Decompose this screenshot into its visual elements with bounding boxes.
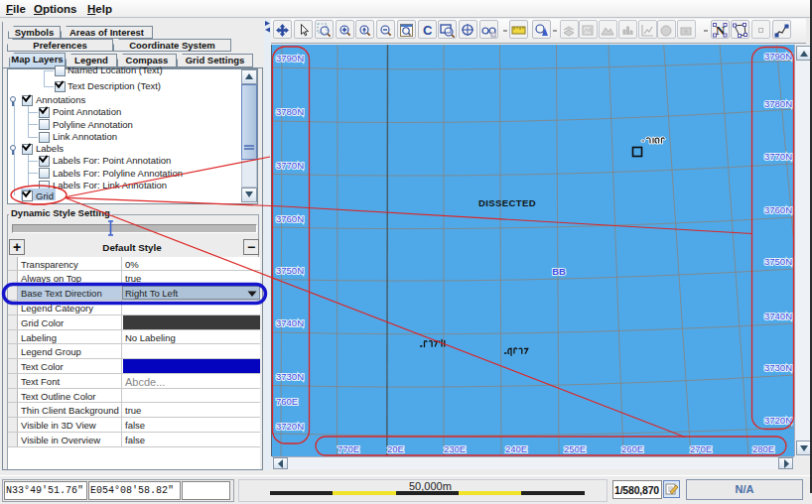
svg-text:3770N: 3770N — [764, 151, 792, 162]
svg-text:20E: 20E — [387, 443, 404, 454]
svg-text:260E: 260E — [621, 443, 643, 454]
svg-text:760E: 760E — [276, 396, 298, 407]
svg-text:DISSECTED: DISSECTED — [478, 197, 536, 208]
svg-text:270E: 270E — [690, 443, 712, 454]
svg-text:3740N: 3740N — [764, 311, 792, 321]
svg-text:3790N: 3790N — [764, 51, 792, 62]
svg-text:3750N: 3750N — [764, 256, 792, 267]
svg-text:770E: 770E — [338, 443, 359, 454]
svg-text:3720N: 3720N — [764, 415, 792, 426]
svg-text:240E: 240E — [505, 443, 527, 454]
svg-text:3730N: 3730N — [276, 371, 304, 382]
svg-text:250E: 250E — [564, 443, 586, 454]
svg-text:3720N: 3720N — [276, 421, 304, 432]
svg-text:3790N: 3790N — [276, 53, 304, 63]
svg-text:3730N: 3730N — [764, 362, 792, 373]
svg-text:230E: 230E — [444, 443, 466, 454]
svg-text:3750N: 3750N — [276, 265, 304, 276]
svg-text:BB: BB — [552, 266, 566, 277]
svg-text:3780N: 3780N — [764, 98, 792, 109]
svg-text:280E: 280E — [752, 443, 774, 454]
svg-text:3760N: 3760N — [764, 204, 792, 215]
svg-text:3740N: 3740N — [276, 317, 304, 328]
svg-text:3780N: 3780N — [276, 106, 304, 117]
svg-text:3760N: 3760N — [276, 213, 304, 224]
svg-text:C: C — [423, 23, 433, 38]
svg-text:3770N: 3770N — [276, 160, 304, 171]
